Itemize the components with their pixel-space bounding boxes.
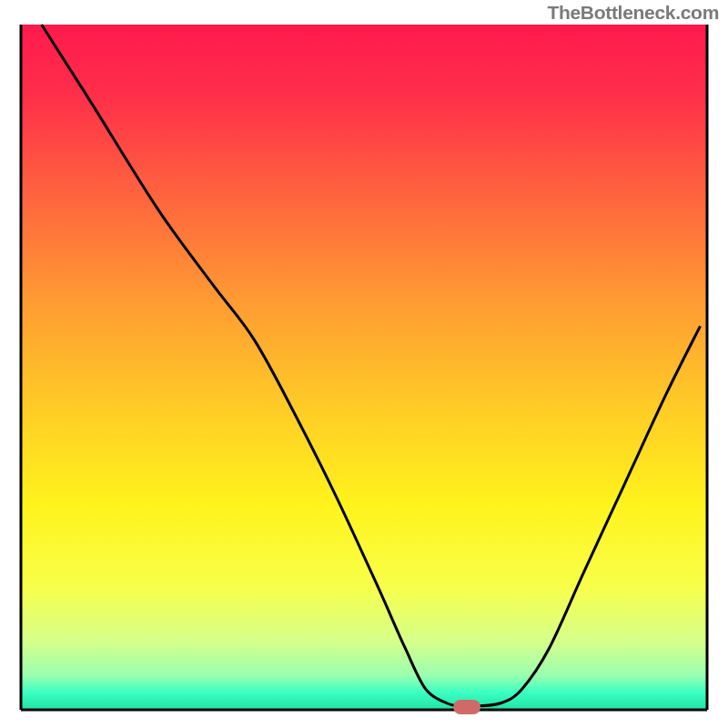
optimal-point-marker <box>453 700 480 714</box>
plot-background <box>21 25 707 710</box>
chart-container: TheBottleneck.com <box>0 0 728 728</box>
bottleneck-chart <box>0 0 728 728</box>
